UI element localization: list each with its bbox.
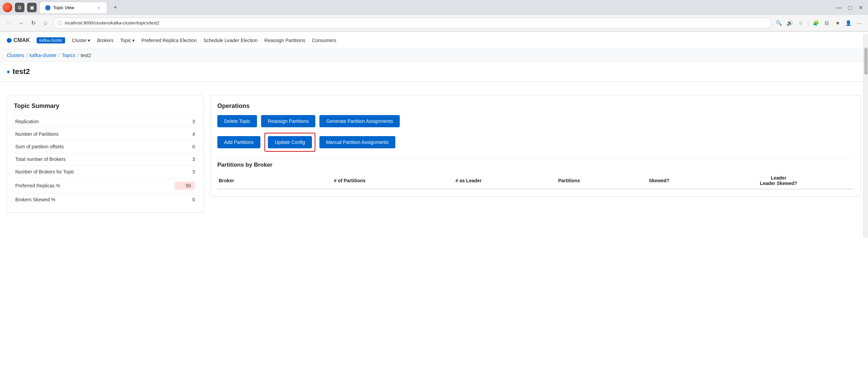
summary-label-brokers-skewed: Brokers Skewed % [15, 197, 175, 202]
right-panel: Operations Delete Topic Reassign Partiti… [210, 95, 861, 197]
sidebar-btn[interactable]: ▣ [27, 3, 37, 12]
home-btn[interactable]: ⌂ [41, 18, 50, 28]
address-bar[interactable]: ⓘ localhost:9000/clusters/kafka-cluster/… [53, 18, 771, 29]
window-close-btn[interactable]: ✕ [856, 3, 865, 12]
summary-label-brokers-for-topic: Number of Brokers for Topic [15, 169, 175, 174]
nav-reassign-partitions[interactable]: Reassign Partitions [264, 36, 305, 44]
summary-label-preferred-replicas: Preferred Replicas % [15, 183, 175, 188]
breadcrumb-kafka-cluster[interactable]: kafka-cluster [29, 53, 56, 58]
nav-consumers[interactable]: Consumers [312, 36, 336, 44]
generate-partition-assignments-btn[interactable]: Generate Partition Assignments [319, 115, 400, 127]
summary-value-preferred-replicas: 50 [175, 182, 195, 190]
nav-topic[interactable]: Topic ▾ [120, 36, 135, 44]
page-content: CMAK kafka-cluster Cluster ▾ Brokers Top… [0, 32, 868, 391]
split-view-btn[interactable]: ⊟ [822, 18, 831, 28]
bookmark-btn[interactable]: ☆ [796, 18, 805, 28]
breadcrumb-sep-1: / [26, 53, 27, 58]
partitions-by-broker-section: Partitions by Broker Broker # of Partiti… [217, 159, 854, 189]
toolbar-actions: 🔍 🔊 ☆ 🧩 ⊟ ★ 👤 ⋯ [774, 18, 864, 28]
cmak-logo: CMAK [7, 37, 30, 43]
col-leader-skewed: Leader Leader Skewed? [703, 172, 854, 189]
topic-title-section: ◆ test2 [0, 62, 868, 82]
ops-row-1: Delete Topic Reassign Partitions Generat… [217, 115, 854, 127]
new-tab-btn[interactable]: + [110, 2, 121, 13]
summary-row-sum-offsets: Sum of partition offsets 0 [14, 140, 196, 153]
browser-tab-active[interactable]: Topic View × [39, 2, 107, 13]
breadcrumb-current: test2 [81, 53, 91, 58]
browser-frame: ⧉ ▣ Topic View × + — ▢ ✕ ← → ↻ ⌂ ⓘ local… [0, 0, 868, 32]
update-config-highlight-box: Update Config [264, 133, 315, 152]
tab-close-btn[interactable]: × [96, 5, 101, 11]
summary-label-num-partitions: Number of Partitions [15, 131, 175, 137]
toolbar-divider [808, 20, 808, 26]
operations-title: Operations [217, 103, 854, 110]
window-maximize-btn[interactable]: ▢ [845, 3, 854, 12]
reload-btn[interactable]: ↻ [28, 18, 38, 28]
address-url: localhost:9000/clusters/kafka-cluster/to… [65, 20, 159, 25]
summary-value-total-brokers: 3 [175, 156, 195, 162]
col-partitions: Partitions [523, 172, 615, 189]
delete-topic-btn[interactable]: Delete Topic [217, 115, 257, 127]
partitions-by-broker-title: Partitions by Broker [217, 159, 854, 168]
read-aloud-btn[interactable]: 🔊 [785, 18, 794, 28]
scrollbar-track[interactable] [863, 34, 868, 238]
profile-btn[interactable]: 👤 [844, 18, 853, 28]
cluster-badge[interactable]: kafka-cluster [37, 37, 65, 43]
summary-value-brokers-skewed: 0 [175, 197, 195, 202]
browser-toolbar: ← → ↻ ⌂ ⓘ localhost:9000/clusters/kafka-… [0, 15, 868, 31]
tab-title: Topic View [53, 5, 74, 10]
scrollbar-thumb[interactable] [864, 48, 868, 75]
breadcrumb-topics[interactable]: Topics [62, 53, 76, 58]
col-as-leader: # as Leader [414, 172, 523, 189]
extensions-btn[interactable]: 🧩 [811, 18, 821, 28]
window-controls: — ▢ ✕ [834, 3, 865, 12]
topic-summary-title: Topic Summary [14, 103, 196, 110]
tab-manager-btn[interactable]: ⧉ [15, 3, 24, 12]
forward-btn[interactable]: → [16, 18, 26, 28]
nav-cluster[interactable]: Cluster ▾ [72, 36, 90, 44]
search-btn[interactable]: 🔍 [774, 18, 784, 28]
nav-schedule-leader-election[interactable]: Schedule Leader Election [203, 36, 258, 44]
breadcrumb-sep-3: / [77, 53, 79, 58]
col-num-partitions: # of Partitions [285, 172, 414, 189]
topic-name: test2 [13, 67, 30, 76]
reassign-partitions-btn[interactable]: Reassign Partitions [261, 115, 316, 127]
breadcrumb-sep-2: / [59, 53, 60, 58]
update-config-btn[interactable]: Update Config [268, 136, 312, 148]
ops-row-2: Add Partitions Update Config Manual Part… [217, 133, 854, 152]
nav-bar: CMAK kafka-cluster Cluster ▾ Brokers Top… [0, 32, 868, 49]
summary-label-sum-offsets: Sum of partition offsets [15, 144, 175, 149]
summary-row-preferred-replicas: Preferred Replicas % 50 [14, 178, 196, 193]
nav-brokers[interactable]: Brokers [97, 36, 113, 44]
breadcrumb: Clusters / kafka-cluster / Topics / test… [0, 49, 868, 62]
more-btn[interactable]: ⋯ [854, 18, 864, 28]
summary-value-brokers-for-topic: 3 [175, 169, 195, 174]
summary-value-replication: 3 [175, 119, 195, 124]
cmak-logo-text: CMAK [14, 37, 30, 43]
broker-table: Broker # of Partitions # as Leader Parti… [217, 172, 854, 189]
window-minimize-btn[interactable]: — [834, 3, 844, 12]
add-partitions-btn[interactable]: Add Partitions [217, 136, 260, 148]
summary-value-num-partitions: 4 [175, 131, 195, 137]
back-btn[interactable]: ← [4, 18, 14, 28]
summary-row-total-brokers: Total number of Brokers 3 [14, 153, 196, 165]
summary-row-brokers-skewed: Brokers Skewed % 0 [14, 193, 196, 206]
browser-favicon [3, 3, 12, 12]
broker-table-header: Broker # of Partitions # as Leader Parti… [217, 172, 854, 189]
tab-favicon [45, 5, 51, 11]
manual-partition-assignments-btn[interactable]: Manual Partition Assignments [319, 136, 395, 148]
favorites-btn[interactable]: ★ [833, 18, 842, 28]
breadcrumb-clusters[interactable]: Clusters [7, 53, 24, 58]
summary-row-num-partitions: Number of Partitions 4 [14, 128, 196, 140]
col-skewed: Skewed? [615, 172, 703, 189]
topic-summary-card: Topic Summary Replication 3 Number of Pa… [7, 95, 203, 213]
summary-row-brokers-for-topic: Number of Brokers for Topic 3 [14, 165, 196, 178]
col-broker: Broker [217, 172, 285, 189]
cmak-dot-icon [7, 38, 12, 43]
topic-arrow-icon: ▾ [132, 38, 135, 43]
summary-value-sum-offsets: 0 [175, 144, 195, 149]
nav-preferred-replica-election[interactable]: Preferred Replica Election [141, 36, 197, 44]
summary-row-replication: Replication 3 [14, 115, 196, 128]
cluster-arrow-icon: ▾ [88, 38, 90, 43]
operations-card: Operations Delete Topic Reassign Partiti… [210, 95, 861, 197]
